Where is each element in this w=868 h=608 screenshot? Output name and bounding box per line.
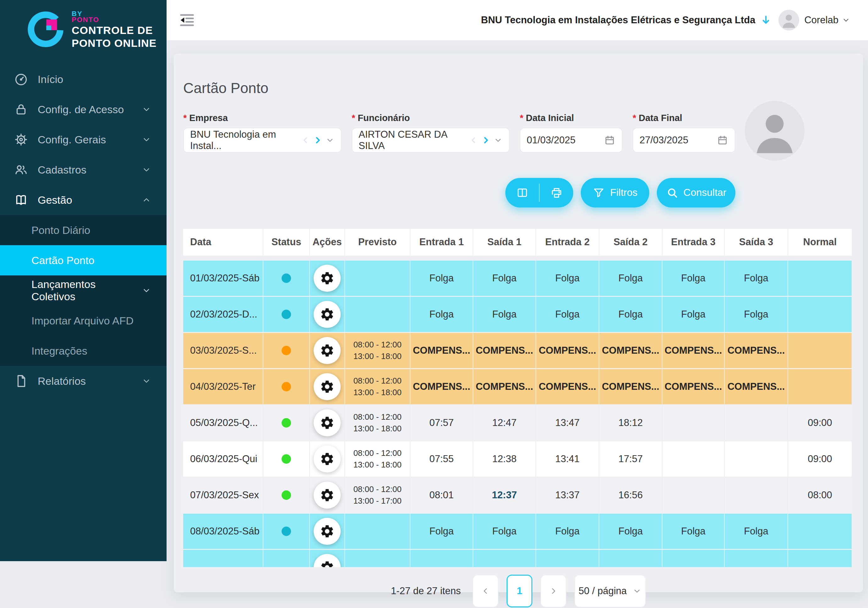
printer-icon [550,186,563,199]
row-status [264,333,310,368]
arrow-down-icon[interactable] [760,14,772,26]
sidebar-item-label: Gestão [38,194,132,206]
row-entry: COMPENS... [536,369,599,404]
filtros-button[interactable]: Filtros [581,178,649,208]
collapse-sidebar-button[interactable] [178,11,197,29]
columns-config-button[interactable] [505,178,539,208]
chevron-right-icon[interactable] [481,135,491,145]
row-entry [725,405,788,440]
row-gear-button[interactable] [314,265,341,292]
row-date: 01/03/2025-Sáb [183,261,264,296]
chevron-right-icon[interactable] [313,135,323,145]
empresa-field: *Empresa BNU Tecnologia em Instal... [183,113,342,153]
data-inicial-input[interactable]: 01/03/2025 [520,128,623,153]
sidebar-item-importar-afd[interactable]: Importar Arquivo AFD [0,306,167,336]
row-entry: Folga [536,297,599,332]
sidebar-item-label: Relatórios [38,375,132,387]
data-final-input[interactable]: 27/03/2025 [632,128,735,153]
next-page-button[interactable] [541,575,566,607]
sidebar-item-integracoes[interactable]: Integrações [0,336,167,366]
row-entry [725,441,788,476]
sidebar-item-config-acesso[interactable]: Config. de Acesso [0,94,167,124]
row-actions [310,550,345,567]
status-dot-orange [282,346,291,355]
row-date: 05/03/2025-Q... [183,405,264,440]
ponto-table: DataStatusAçõesPrevistoEntrada 1Saída 1E… [183,229,852,567]
sidebar-item-label: Início [38,73,152,85]
row-entry: 12:47 [473,405,536,440]
row-entry: COMPENS... [473,369,536,404]
column-header: Normal [788,229,852,256]
sidebar-item-relatorios[interactable]: Relatórios [0,366,167,396]
row-gear-button[interactable] [314,409,341,436]
user-avatar[interactable] [778,10,799,31]
calendar-icon[interactable] [716,134,728,146]
row-previsto: 08:00 - 12:0013:00 - 18:00 [345,369,411,404]
row-previsto [345,550,411,567]
consultar-button[interactable]: Consultar [657,178,735,208]
row-previsto: 08:00 - 12:0013:00 - 18:00 [345,333,411,368]
row-gear-button[interactable] [314,373,341,400]
status-dot-orange [282,382,291,391]
calendar-icon[interactable] [604,134,615,146]
row-gear-button[interactable] [314,554,341,567]
row-entry: 07:57 [411,405,473,440]
brand-ponto: PONTO [72,17,157,23]
print-button[interactable] [539,178,573,208]
pagination-summary: 1-27 de 27 itens [391,585,461,597]
person-icon [778,10,799,31]
row-status [264,405,310,440]
row-gear-button[interactable] [314,445,341,473]
funcionario-value: AIRTON CESAR DA SILVA [358,129,469,152]
row-date: 03/03/2025-S... [183,333,264,368]
table-tools-group [505,178,573,208]
sidebar-item-gestao[interactable]: Gestão [0,185,167,215]
page-size-value: 50 / página [578,585,627,597]
row-entry: Folga [662,261,725,296]
sidebar-item-inicio[interactable]: Início [0,64,167,94]
app-logo: BY PONTO CONTROLE DE PONTO ONLINE [0,0,167,50]
sidebar-item-cadastros[interactable]: Cadastros [0,155,167,185]
row-gear-button[interactable] [314,337,341,364]
row-gear-button[interactable] [314,301,341,328]
columns-icon [516,186,529,199]
row-status [264,297,310,332]
row-actions [310,369,345,404]
row-gear-button[interactable] [314,518,341,545]
sidebar-item-ponto-diario[interactable]: Ponto Diário [0,215,167,245]
row-normal [788,261,852,296]
row-normal: 09:00 [788,405,852,440]
chevron-left-icon[interactable] [469,135,478,145]
row-entry: 12:37 [473,478,536,513]
row-actions [310,514,345,549]
page-title: Cartão Ponto [183,63,854,96]
row-normal [788,369,852,404]
sidebar-item-cartao-ponto[interactable]: Cartão Ponto [0,245,167,275]
table-body: 01/03/2025-SábFolgaFolgaFolgaFolgaFolgaF… [183,261,852,567]
actions-row: Filtros Consultar [183,178,854,208]
row-gear-button[interactable] [314,482,341,509]
row-date: 06/03/2025-Qui [183,441,264,476]
empresa-select[interactable]: BNU Tecnologia em Instal... [183,128,342,153]
row-entry: Folga [662,297,725,332]
chevron-right-icon [549,586,558,596]
empresa-label: *Empresa [183,113,342,123]
row-normal [788,333,852,368]
page-1-button[interactable]: 1 [507,575,532,607]
column-header: Entrada 3 [662,229,725,256]
table-row: 02/03/2025-D...FolgaFolgaFolgaFolgaFolga… [183,297,852,332]
chevron-down-icon [325,135,335,145]
page-size-select[interactable]: 50 / página [575,575,646,607]
chevron-left-icon[interactable] [301,135,310,145]
table-row: 07/03/2025-Sex08:00 - 12:0013:00 - 17:00… [183,478,852,513]
sidebar-item-lancamentos-coletivos[interactable]: Lançamentos Coletivos [0,275,167,306]
funcionario-select[interactable]: AIRTON CESAR DA SILVA [352,128,510,153]
row-entry: COMPENS... [473,333,536,368]
row-status [264,550,310,567]
row-entry: 17:57 [599,441,662,476]
person-icon [745,101,804,161]
row-entry: Folga [599,261,662,296]
user-menu[interactable]: Corelab [804,14,850,26]
sidebar-item-config-gerais[interactable]: Config. Gerais [0,124,167,155]
previous-page-button[interactable] [473,575,498,607]
